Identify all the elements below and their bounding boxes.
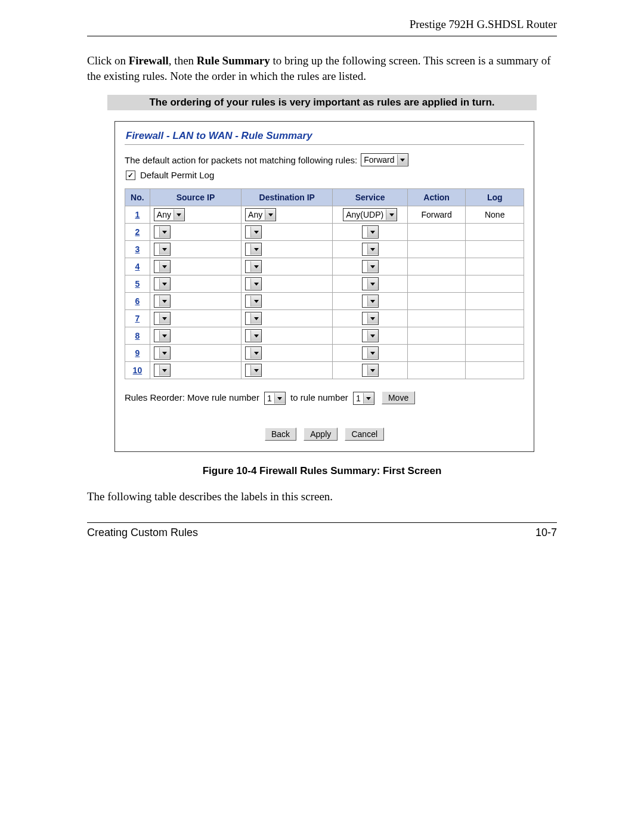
- cell-act: [407, 345, 466, 362]
- chevron-down-icon: [367, 244, 378, 255]
- reorder-from-select[interactable]: 1: [264, 392, 286, 405]
- rule-link[interactable]: 9: [135, 348, 140, 358]
- cell-log: [466, 293, 524, 310]
- cell-select[interactable]: [154, 364, 171, 377]
- default-action-row: The default action for packets not match…: [125, 153, 524, 166]
- reorder-to-select[interactable]: 1: [353, 392, 374, 405]
- cell-select[interactable]: [362, 260, 379, 273]
- cell-select[interactable]: Any: [154, 208, 185, 221]
- permit-log-row: ✓ Default Permit Log: [126, 170, 524, 180]
- intro-bold-rulesummary: Rule Summary: [197, 54, 270, 67]
- cell-dst: [242, 224, 333, 241]
- cell-select[interactable]: [245, 277, 262, 290]
- chevron-down-icon: [250, 296, 261, 306]
- chevron-down-icon: [250, 278, 261, 289]
- cell-select[interactable]: [154, 277, 171, 290]
- cell-select[interactable]: [362, 312, 379, 325]
- cell-select[interactable]: [362, 329, 379, 342]
- table-row: 1AnyAnyAny(UDP)ForwardNone: [125, 206, 524, 224]
- cell-select[interactable]: [245, 364, 262, 377]
- chevron-down-icon: [250, 348, 261, 358]
- cell-select[interactable]: Any(UDP): [343, 208, 397, 221]
- cell-no: 4: [125, 258, 150, 275]
- rule-link[interactable]: 2: [135, 227, 140, 237]
- cell-src: [150, 345, 241, 362]
- cell-select[interactable]: [245, 243, 262, 256]
- cell-src: [150, 293, 241, 310]
- cell-srv: [333, 362, 407, 379]
- table-row: 3: [125, 241, 524, 258]
- cell-src: [150, 275, 241, 293]
- cell-dst: [242, 310, 333, 327]
- chevron-down-icon: [250, 227, 261, 237]
- rule-link[interactable]: 3: [135, 244, 140, 254]
- cancel-button[interactable]: Cancel: [345, 428, 384, 441]
- cell-no: 6: [125, 293, 150, 310]
- cell-select[interactable]: [362, 225, 379, 239]
- cell-log: None: [466, 206, 524, 224]
- cell-select[interactable]: [362, 243, 379, 256]
- cell-srv: [333, 241, 407, 258]
- chevron-down-icon: [367, 296, 378, 306]
- chevron-down-icon: [159, 296, 170, 306]
- rule-link[interactable]: 10: [133, 366, 143, 375]
- cell-select-value: Any: [154, 210, 174, 219]
- cell-select[interactable]: [154, 346, 171, 360]
- cell-log: [466, 258, 524, 275]
- panel-separator: [125, 144, 524, 145]
- cell-srv: [333, 258, 407, 275]
- permit-log-checkbox[interactable]: ✓: [126, 171, 135, 180]
- cell-select[interactable]: [154, 295, 171, 308]
- move-button[interactable]: Move: [382, 391, 415, 404]
- cell-log: [466, 362, 524, 379]
- cell-log: [466, 310, 524, 327]
- cell-select[interactable]: Any: [245, 208, 276, 221]
- table-row: 4: [125, 258, 524, 275]
- cell-select[interactable]: [154, 312, 171, 325]
- default-action-select[interactable]: Forward: [361, 153, 408, 166]
- cell-select[interactable]: [245, 312, 262, 325]
- cell-src: [150, 224, 241, 241]
- chevron-down-icon: [159, 365, 170, 376]
- cell-select[interactable]: [362, 295, 379, 308]
- cell-select[interactable]: [245, 260, 262, 273]
- cell-select[interactable]: [362, 364, 379, 377]
- cell-select[interactable]: [245, 295, 262, 308]
- reorder-row: Rules Reorder: Move rule number 1 to rul…: [125, 391, 524, 405]
- chevron-down-icon: [367, 313, 378, 324]
- rule-link[interactable]: 1: [135, 210, 140, 219]
- rule-link[interactable]: 6: [135, 296, 140, 306]
- chevron-down-icon: [250, 365, 261, 376]
- rule-link[interactable]: 4: [135, 262, 140, 271]
- chevron-down-icon: [367, 227, 378, 237]
- cell-select[interactable]: [362, 346, 379, 360]
- chevron-down-icon: [159, 348, 170, 358]
- chevron-down-icon: [159, 330, 170, 341]
- cell-select[interactable]: [245, 329, 262, 342]
- th-log: Log: [466, 189, 524, 206]
- cell-no: 5: [125, 275, 150, 293]
- cell-select[interactable]: [154, 329, 171, 342]
- header-rule: [87, 36, 557, 36]
- rule-link[interactable]: 5: [135, 279, 140, 289]
- cell-select[interactable]: [245, 346, 262, 360]
- cell-srv: [333, 293, 407, 310]
- chevron-down-icon: [367, 278, 378, 289]
- firewall-panel: Firewall - LAN to WAN - Rule Summary The…: [114, 121, 534, 452]
- cell-select[interactable]: [154, 243, 171, 256]
- cell-select[interactable]: [154, 225, 171, 239]
- cell-select[interactable]: [154, 260, 171, 273]
- cell-no: 8: [125, 327, 150, 345]
- cell-dst: [242, 345, 333, 362]
- rule-link[interactable]: 8: [135, 331, 140, 340]
- back-button[interactable]: Back: [265, 428, 296, 441]
- apply-button[interactable]: Apply: [304, 428, 338, 441]
- table-row: 9: [125, 345, 524, 362]
- rule-link[interactable]: 7: [135, 314, 140, 323]
- cell-select-value: Any(UDP): [343, 210, 386, 219]
- cell-srv: [333, 345, 407, 362]
- cell-srv: [333, 327, 407, 345]
- cell-no: 1: [125, 206, 150, 224]
- cell-select[interactable]: [362, 277, 379, 290]
- cell-select[interactable]: [245, 225, 262, 239]
